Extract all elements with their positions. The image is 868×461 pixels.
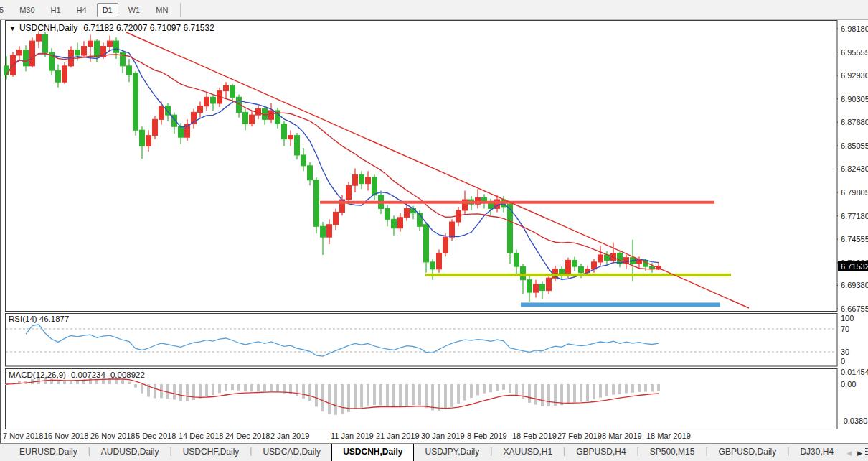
macd-histogram-bar [341,384,344,414]
price-scale[interactable]: 6.981806.955556.929306.903056.876806.850… [838,20,868,443]
macd-histogram-bar [154,384,156,399]
macd-histogram-bar [599,384,602,398]
candle-body [547,278,552,290]
candle-body [250,115,255,124]
macd-histogram-bar [57,381,60,384]
chart-tab-xauusd-h1[interactable]: XAUUSD,H1 [492,444,563,461]
macd-histogram-bar [399,384,402,407]
macd-histogram-bar [392,384,395,407]
candle-body [353,174,358,185]
timeframe-button-h1[interactable]: H1 [45,3,67,17]
macd-histogram-bar [179,384,182,401]
macd-histogram-bar [334,384,337,415]
macd-histogram-bar [218,384,221,393]
candle-body [327,225,332,237]
date-tick-label: 2 Jan 2019 [270,432,309,440]
chart-canvas[interactable] [1,20,868,443]
rsi-scale-label: 0 [841,357,845,365]
tab-scroll-left-icon[interactable]: ◀ [844,448,854,458]
horizontal-level-line-1[interactable] [425,274,731,276]
macd-histogram-bar [205,384,208,396]
candle-body [62,66,67,82]
chart-tab-usdcad-daily[interactable]: USDCAD,Daily [252,444,331,461]
candle-body [398,218,403,228]
tab-scroll-arrows: ◀ ▶ [841,444,865,461]
candle-body [385,208,390,219]
price-tick-label: 6.98180 [841,24,868,33]
symbol-period-label: USDCNH,Daily [19,23,77,33]
candle-body [282,124,287,139]
date-tick-label: 26 Nov 2018 [90,432,135,440]
chart-title: ▼USDCNH,Daily6.71182 6.72007 6.71097 6.7… [9,23,214,33]
macd-histogram-bar [70,381,72,384]
macd-histogram-bar [625,384,628,393]
chart-tab-audusd-daily[interactable]: AUDUSD,Daily [90,444,170,461]
candle-body [224,85,229,90]
horizontal-level-line-0[interactable] [320,201,714,204]
trading-terminal: 5M30H1H4D1W1MN ▼USDCNH,Daily6.71182 6.72… [0,0,868,461]
macd-histogram-bar [593,384,595,399]
chart-tab-usdchf-daily[interactable]: USDCHF,Daily [172,444,250,461]
chart-tab-usdcnh-daily[interactable]: USDCNH,Daily [331,444,414,461]
candle-body [133,73,138,130]
timeframe-button-w1[interactable]: W1 [123,3,146,17]
chart-tab-sp500-m15[interactable]: SP500,M15 [639,444,706,461]
candle-body [288,136,293,139]
macd-histogram-bar [438,384,440,411]
macd-histogram-bar [580,384,582,402]
macd-histogram-bar [186,384,189,401]
candle-body [392,219,397,228]
price-tick-label: 6.74555 [841,235,868,243]
horizontal-level-line-2[interactable] [521,302,720,307]
macd-histogram-bar [528,384,531,403]
timeframe-button-mn[interactable]: MN [150,3,174,17]
candle-body [204,97,209,106]
candle-body [88,41,93,46]
rsi-scale-label: 30 [841,348,849,356]
macd-histogram-bar [263,384,266,391]
candle-body [140,130,145,146]
chart-tab-eurusd-daily[interactable]: EURUSD,Daily [9,444,88,461]
price-tick-label: 6.85055 [841,141,868,150]
timeframe-button-d1[interactable]: D1 [97,3,118,17]
macd-histogram-bar [463,384,466,401]
timeframe-button-m30[interactable]: M30 [14,3,40,17]
macd-histogram-bar [270,384,273,391]
macd-histogram-bar [618,384,621,394]
macd-histogram-bar [50,378,53,384]
symbol-dropdown-icon[interactable]: ▼ [9,25,16,32]
macd-scale-label: 0.014543 [841,368,868,376]
macd-histogram-bar [121,380,124,384]
candle-body [30,41,35,66]
candle-body [372,177,377,195]
candle-body [334,212,339,224]
macd-histogram-bar [405,384,408,406]
macd-histogram-bar [605,384,608,396]
macd-histogram-bar [631,384,634,393]
candle-body [146,136,151,146]
chart-tab-usdjpy-daily[interactable]: USDJPY,Daily [414,444,490,461]
timeframe-button-5[interactable]: 5 [0,3,9,17]
candle-body [127,66,132,75]
candle-body [314,180,319,227]
macd-histogram-bar [212,384,214,395]
time-scale[interactable]: 7 Nov 201816 Nov 201826 Nov 20185 Dec 20… [1,429,837,443]
macd-histogram-bar [496,384,499,391]
candle-body [566,260,571,275]
date-tick-label: 7 Nov 2018 [3,432,43,440]
candle-body [437,253,442,269]
date-tick-label: 5 Dec 2018 [136,432,176,440]
chart-tab-gbpusd-daily[interactable]: GBPUSD,Daily [708,444,788,461]
chart-tab-gbpusd-h4[interactable]: GBPUSD,H4 [565,444,636,461]
candle-body [527,280,532,292]
macd-histogram-bar [244,384,247,391]
timeframe-toolbar: 5M30H1H4D1W1MN [0,0,868,20]
chart-tab-dj30-h4[interactable]: DJ30,H4 [789,444,844,461]
price-tick-label: 6.90305 [841,95,868,103]
macd-histogram-bar [225,384,227,391]
tab-scroll-right-icon[interactable]: ▶ [854,448,865,458]
macd-histogram-bar [321,384,324,411]
macd-histogram-bar [308,384,311,401]
timeframe-button-h4[interactable]: H4 [71,3,93,17]
price-tick-label: 6.66755 [841,304,868,313]
